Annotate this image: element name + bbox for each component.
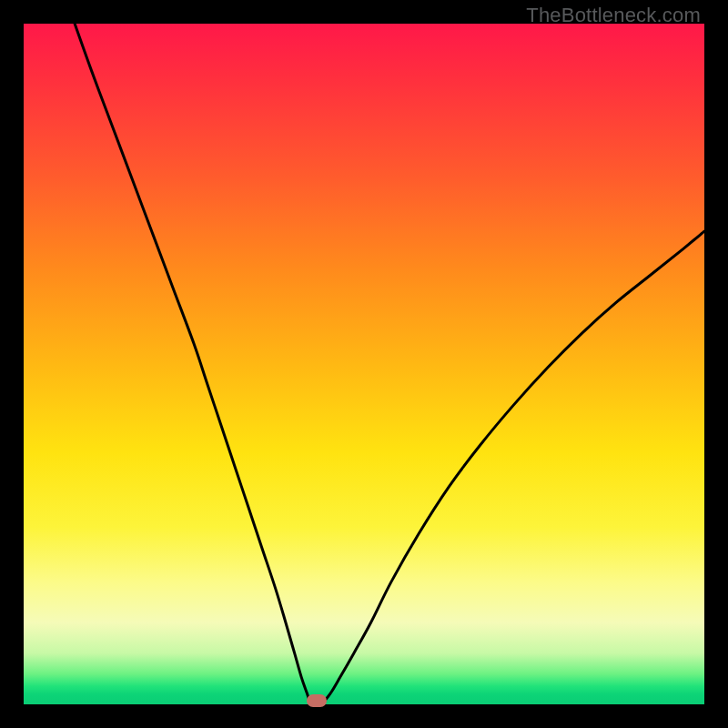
bottleneck-curve	[0, 0, 728, 728]
canvas: TheBottleneck.com	[0, 0, 728, 728]
optimum-marker	[307, 694, 327, 707]
